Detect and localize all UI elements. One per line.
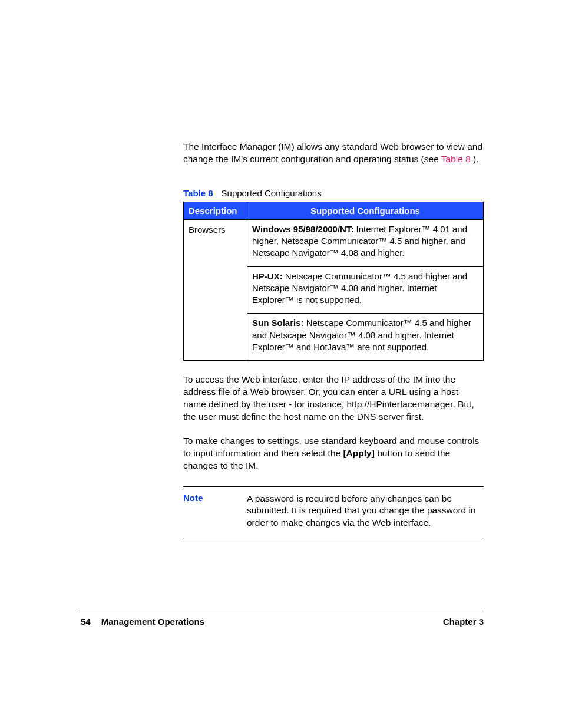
table-header-configs: Supported Configurations — [247, 202, 484, 219]
row-content-cell: Windows 95/98/2000/NT: Internet Explorer… — [247, 219, 484, 360]
config-block-hpux: HP-UX: Netscape Communicator™ 4.5 and hi… — [247, 266, 483, 314]
table-reference-link[interactable]: Table 8 — [441, 154, 471, 164]
intro-paragraph: The Interface Manager (IM) allows any st… — [183, 141, 484, 166]
note-label: Note — [183, 493, 247, 530]
table-caption: Table 8Supported Configurations — [183, 188, 484, 198]
intro-text-after: ). — [471, 154, 479, 164]
chapter-label: Chapter 3 — [443, 617, 484, 627]
note-block: Note A password is required before any c… — [183, 486, 484, 539]
note-text: A password is required before any change… — [247, 493, 484, 530]
changes-paragraph: To make changes to settings, use standar… — [183, 435, 484, 472]
apply-button-label: [Apply] — [343, 448, 374, 458]
intro-text-before: The Interface Manager (IM) allows any st… — [183, 141, 482, 164]
config-rest: Netscape Communicator™ 4.5 and higher an… — [252, 271, 467, 305]
config-block-solaris: Sun Solaris: Netscape Communicator™ 4.5 … — [247, 313, 483, 360]
config-lead: HP-UX: — [252, 271, 283, 281]
access-paragraph: To access the Web interface, enter the I… — [183, 374, 484, 423]
table-row: Browsers Windows 95/98/2000/NT: Internet… — [184, 219, 484, 360]
row-label-cell: Browsers — [184, 219, 247, 360]
table-caption-title: Supported Configurations — [222, 188, 322, 198]
footer-divider — [80, 611, 484, 611]
config-lead: Windows 95/98/2000/NT: — [252, 224, 353, 234]
section-title: Management Operations — [101, 617, 204, 627]
config-block-windows: Windows 95/98/2000/NT: Internet Explorer… — [247, 220, 483, 266]
supported-config-table: Description Supported Configurations Bro… — [183, 202, 484, 361]
table-header-description: Description — [184, 202, 247, 219]
config-lead: Sun Solaris: — [252, 318, 304, 328]
page-content: The Interface Manager (IM) allows any st… — [183, 141, 484, 538]
page-number: 54 — [81, 617, 91, 627]
table-caption-label: Table 8 — [183, 188, 213, 198]
page-footer: 54 Management Operations Chapter 3 — [81, 617, 484, 627]
footer-left: 54 Management Operations — [81, 617, 204, 627]
